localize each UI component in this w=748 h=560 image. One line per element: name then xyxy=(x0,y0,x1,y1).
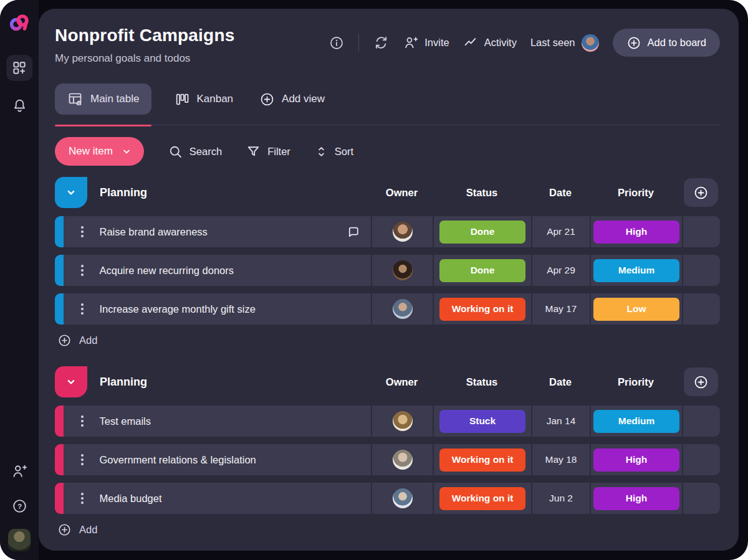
priority-cell[interactable]: High xyxy=(590,444,682,475)
status-cell[interactable]: Working on it xyxy=(433,444,531,475)
board-info-button[interactable] xyxy=(328,35,345,51)
status-badge[interactable]: Working on it xyxy=(439,448,525,472)
priority-cell[interactable]: Low xyxy=(590,293,682,325)
kebab-menu-icon[interactable] xyxy=(81,226,84,237)
status-cell[interactable]: Done xyxy=(433,216,531,247)
task-name-cell[interactable]: Media budget xyxy=(55,483,371,514)
status-cell[interactable]: Stuck xyxy=(433,406,531,437)
kebab-menu-icon[interactable] xyxy=(81,415,84,427)
owner-cell[interactable] xyxy=(371,444,433,475)
column-header-owner[interactable]: Owner xyxy=(371,187,433,199)
task-name[interactable]: Test emails xyxy=(100,415,151,427)
activity-button[interactable]: Activity xyxy=(463,35,517,50)
group-name[interactable]: Planning xyxy=(100,186,147,199)
status-cell[interactable]: Done xyxy=(433,255,531,286)
column-header-priority[interactable]: Priority xyxy=(590,376,682,388)
chevron-down-icon xyxy=(64,186,78,199)
task-name[interactable]: Government relations & legislation xyxy=(100,454,256,466)
status-cell[interactable]: Working on it xyxy=(433,483,531,514)
date-cell[interactable]: Jan 14 xyxy=(531,406,590,437)
kebab-menu-icon[interactable] xyxy=(81,265,84,276)
column-header-date[interactable]: Date xyxy=(531,376,590,388)
add-column-button[interactable] xyxy=(684,178,718,207)
sidebar-item-boards[interactable] xyxy=(6,55,32,81)
date-cell[interactable]: Jun 2 xyxy=(531,483,590,514)
task-name[interactable]: Acquire new recurring donors xyxy=(100,265,234,277)
kebab-menu-icon[interactable] xyxy=(81,454,84,465)
task-name-cell[interactable]: Government relations & legislation xyxy=(55,444,371,475)
priority-badge[interactable]: Low xyxy=(593,298,679,321)
owner-cell[interactable] xyxy=(371,216,433,247)
column-header-owner[interactable]: Owner xyxy=(371,376,433,388)
sidebar-item-help[interactable]: ? xyxy=(6,493,32,519)
add-item-button[interactable]: Add xyxy=(55,521,97,538)
owner-avatar xyxy=(393,299,413,319)
status-badge[interactable]: Stuck xyxy=(439,410,525,433)
board-titles: Nonprofit Campaigns My personal goals an… xyxy=(55,25,234,66)
tab-add-view[interactable]: Add view xyxy=(256,83,328,115)
priority-cell[interactable]: Medium xyxy=(590,255,682,286)
date-cell[interactable]: Apr 29 xyxy=(531,255,590,286)
plus-circle-icon xyxy=(57,333,72,348)
owner-cell[interactable] xyxy=(371,483,433,514)
sync-button[interactable] xyxy=(373,34,390,51)
priority-cell[interactable]: Medium xyxy=(590,406,682,437)
tab-main-table[interactable]: Main table xyxy=(55,83,151,115)
priority-badge[interactable]: Medium xyxy=(593,259,679,282)
priority-cell[interactable]: High xyxy=(590,216,682,247)
status-badge[interactable]: Working on it xyxy=(439,298,525,321)
last-seen-avatar[interactable] xyxy=(582,34,599,52)
sort-button[interactable]: Sort xyxy=(314,145,353,159)
task-name[interactable]: Raise brand awareness xyxy=(100,226,208,238)
date-cell[interactable]: May 17 xyxy=(531,293,590,325)
add-item-button[interactable]: Add xyxy=(55,332,97,349)
priority-badge[interactable]: Medium xyxy=(593,410,679,433)
task-name[interactable]: Increase average monthly gift size xyxy=(100,303,256,315)
column-header-status[interactable]: Status xyxy=(433,187,531,199)
sidebar-item-invite-members[interactable] xyxy=(6,458,32,484)
date-cell[interactable]: Apr 21 xyxy=(531,216,590,247)
chat-icon[interactable] xyxy=(345,224,361,240)
owner-cell[interactable] xyxy=(371,255,433,286)
invite-button[interactable]: Invite xyxy=(403,35,449,50)
new-item-button[interactable]: New item xyxy=(55,137,144,166)
kebab-menu-icon[interactable] xyxy=(81,493,84,504)
date-value: Jan 14 xyxy=(547,415,576,427)
task-name-cell[interactable]: Test emails xyxy=(55,406,371,437)
board-description[interactable]: My personal goals and todos xyxy=(55,51,234,66)
owner-cell[interactable] xyxy=(371,293,433,325)
sidebar-item-notifications[interactable] xyxy=(6,92,32,118)
priority-badge[interactable]: High xyxy=(593,221,679,244)
add-column-button[interactable] xyxy=(684,368,718,396)
column-header-priority[interactable]: Priority xyxy=(590,187,682,199)
status-cell[interactable]: Working on it xyxy=(433,293,531,325)
task-name-cell[interactable]: Increase average monthly gift size xyxy=(55,293,371,325)
owner-cell[interactable] xyxy=(371,406,433,437)
group-collapse-button[interactable] xyxy=(55,366,87,397)
last-seen: Last seen xyxy=(530,34,599,52)
column-header-status[interactable]: Status xyxy=(433,376,531,388)
priority-badge[interactable]: High xyxy=(593,487,679,510)
user-avatar[interactable] xyxy=(8,529,31,551)
task-name-cell[interactable]: Raise brand awareness xyxy=(55,216,371,247)
tab-kanban[interactable]: Kanban xyxy=(170,83,237,115)
task-name-cell[interactable]: Acquire new recurring donors xyxy=(55,255,371,286)
add-to-board-button[interactable]: Add to board xyxy=(613,29,721,57)
group-collapse-button[interactable] xyxy=(55,177,87,208)
filter-icon xyxy=(246,144,261,159)
filter-button[interactable]: Filter xyxy=(246,144,290,159)
priority-badge[interactable]: High xyxy=(593,448,679,472)
sync-icon xyxy=(373,34,390,51)
kebab-menu-icon[interactable] xyxy=(81,303,84,315)
priority-cell[interactable]: High xyxy=(590,483,682,514)
group-name[interactable]: Planning xyxy=(100,376,147,389)
column-header-date[interactable]: Date xyxy=(531,187,590,199)
date-cell[interactable]: May 18 xyxy=(531,444,590,475)
status-badge[interactable]: Done xyxy=(439,259,525,282)
task-name[interactable]: Media budget xyxy=(100,493,162,505)
app-logo-icon[interactable] xyxy=(7,12,31,34)
sort-label: Sort xyxy=(335,146,353,158)
search-button[interactable]: Search xyxy=(168,144,222,159)
status-badge[interactable]: Working on it xyxy=(439,487,525,510)
status-badge[interactable]: Done xyxy=(439,221,525,244)
